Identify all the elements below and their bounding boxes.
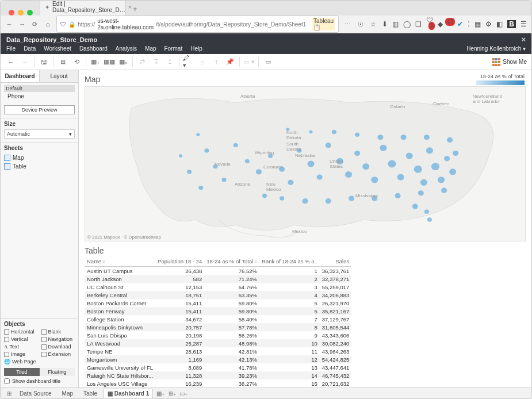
undo-button[interactable]: ← — [5, 56, 17, 68]
tab-layout[interactable]: Layout — [40, 70, 78, 82]
data-table[interactable]: Name≡ Population 18 - 24 18-24 as % of T… — [85, 256, 351, 388]
menu-worksheet[interactable]: Worksheet — [44, 45, 71, 52]
download-icon[interactable]: ⬇ — [382, 20, 388, 28]
account-icon[interactable]: ◯ — [403, 20, 411, 28]
floating-button[interactable]: Floating — [40, 368, 75, 376]
table-row[interactable]: Berkeley Central18,75163.35%434,206,883 — [85, 291, 351, 299]
group-button[interactable]: ⌂ — [197, 56, 208, 68]
device-phone[interactable]: Phone — [4, 93, 75, 99]
sheet-map[interactable]: Map — [4, 154, 75, 162]
menu-file[interactable]: File — [6, 45, 16, 52]
obj-vertical[interactable]: Vertical — [4, 336, 38, 342]
new-data-button[interactable]: ⊞ — [57, 56, 68, 68]
window-zoom-icon[interactable] — [27, 10, 33, 16]
obj-blank[interactable]: Blank — [41, 329, 75, 335]
table-row[interactable]: Austin UT Campus26,43876.52%136,323,761 — [85, 267, 351, 275]
col-sales[interactable]: Sales — [320, 256, 352, 267]
col-pct[interactable]: 18-24 as % of Total≡ — [204, 256, 259, 267]
new-dashboard-icon[interactable]: ⊞₊ — [168, 390, 176, 398]
table-row[interactable]: Gainesville University of FL8,08941.78%1… — [85, 363, 351, 371]
workbook-close-icon[interactable]: × — [521, 35, 526, 44]
menu-analysis[interactable]: Analysis — [116, 45, 137, 52]
show-me-button[interactable]: Show Me — [492, 58, 527, 66]
reload-button[interactable]: ⟳ — [31, 20, 39, 29]
labels-button[interactable]: T — [210, 56, 222, 68]
new-sheet-button[interactable]: ▦₊ — [90, 56, 101, 68]
reader-icon[interactable]: ☉ — [356, 20, 364, 29]
device-preview-button[interactable]: Device Preview — [4, 105, 75, 114]
menu-map[interactable]: Map — [145, 45, 156, 52]
refresh-data-button[interactable]: ⟲ — [71, 56, 82, 68]
hamburger-icon[interactable]: ☰ — [520, 20, 527, 28]
grid-ext-icon[interactable]: ▦ — [474, 20, 481, 28]
table-row[interactable]: Boston Fenway15,41159.80%535,821,167 — [85, 307, 351, 315]
table-row[interactable]: UC Calhoun St12,15364.76%355,259,017 — [85, 283, 351, 291]
dots-icon[interactable]: ⁚ — [468, 20, 470, 28]
menu-help[interactable]: Help — [190, 45, 202, 52]
sheet-tab-map[interactable]: Map — [58, 389, 77, 398]
window-minimize-icon[interactable] — [18, 10, 24, 16]
new-tab-button[interactable]: + — [128, 2, 142, 16]
table-row[interactable]: Tempe NE28,61342.81%1143,964,263 — [85, 347, 351, 355]
datasource-tab[interactable]: Data Source — [16, 389, 56, 398]
table-row[interactable]: LA Westwood25,28748.98%1030,082,240 — [85, 339, 351, 347]
settings-ext-icon[interactable]: ⚙ — [485, 20, 492, 28]
col-name[interactable]: Name≡ — [85, 256, 155, 267]
table-row[interactable]: Boston Packards Corner15,41159.80%526,32… — [85, 299, 351, 307]
browser-tab[interactable]: ✦ Edit | Data_Repository_Store_D… × — [40, 0, 126, 16]
more-icon[interactable]: ⋯ — [343, 20, 351, 29]
show-title-checkbox[interactable]: Show dashboard title — [4, 378, 75, 384]
tab-dashboard[interactable]: Dashboard — [1, 70, 40, 82]
shield-ext-icon[interactable]: 🛡3 — [426, 16, 433, 32]
table-row[interactable]: North Jackson58271.24%232,378,271 — [85, 275, 351, 283]
url-input[interactable]: 🛡 🔒 https://us-west-2a.online.tableau.co… — [56, 16, 339, 33]
user-menu[interactable]: Henning Kollenbroich ▾ — [466, 45, 526, 52]
swap-button[interactable]: ⇄ — [136, 56, 148, 68]
menu-data[interactable]: Data — [24, 45, 36, 52]
device-default[interactable]: Default — [4, 85, 75, 92]
save-button[interactable]: 🖫 — [38, 56, 49, 68]
obj-horizontal[interactable]: Horizontal — [4, 329, 38, 335]
table-row[interactable]: College Station34,67258.40%737,129,767 — [85, 315, 351, 323]
menu-dashboard[interactable]: Dashboard — [79, 45, 108, 52]
table-row[interactable]: Morgantown1,16942.13%1254,424,825 — [85, 355, 351, 363]
redo-button[interactable]: → — [19, 56, 30, 68]
vpn-ext-icon[interactable]: ✔ — [457, 20, 463, 28]
sort-desc-button[interactable]: ↥ — [164, 56, 175, 68]
col-pop[interactable]: Population 18 - 24 — [155, 256, 204, 267]
sort-asc-button[interactable]: ↧ — [150, 56, 162, 68]
library-icon[interactable]: ▥ — [392, 20, 399, 28]
size-select[interactable]: Automatic▾ — [4, 129, 75, 139]
show-title-input[interactable] — [4, 378, 10, 384]
home-button[interactable]: ⌂ — [44, 20, 52, 29]
obj-download[interactable]: Download — [41, 344, 75, 350]
back-button[interactable]: ← — [5, 20, 13, 29]
table-row[interactable]: Los Angeles USC Village16,23938.27%1520,… — [85, 379, 351, 388]
adblock-ext-icon[interactable]: ◆17 — [438, 20, 453, 28]
table-row[interactable]: Minneapolis Dinkytown20,75757.78%831,605… — [85, 323, 351, 331]
obj-navigation[interactable]: Navigation — [41, 336, 75, 342]
obj-image[interactable]: Image — [4, 351, 38, 357]
fit-button[interactable]: ▭ ▾ — [243, 56, 255, 68]
square-ext-icon[interactable]: ◧ — [496, 20, 503, 28]
sheet-tab-table[interactable]: Table — [79, 389, 101, 398]
col-rank[interactable]: Rank of 18-24 as % o.. — [259, 256, 320, 267]
b-ext-icon[interactable]: B — [507, 20, 516, 28]
dashboard-tab[interactable]: ▦ Dashboard 1 — [104, 389, 153, 398]
table-row[interactable]: Raleigh NC State Hillsbor...11,32839.23%… — [85, 371, 351, 379]
highlight-button[interactable]: 🖍 ▾ — [183, 56, 194, 68]
tiled-button[interactable]: Tiled — [4, 368, 40, 376]
obj-webpage[interactable]: 🌐Web Page — [4, 359, 38, 365]
datasource-icon[interactable]: ⊞ — [5, 390, 13, 398]
presentation-button[interactable]: ▭ — [262, 56, 274, 68]
table-row[interactable]: San Luis Obispo20,19856.26%943,343,606 — [85, 331, 351, 339]
forward-button[interactable]: → — [18, 20, 26, 29]
new-worksheet-icon[interactable]: ▦₊ — [156, 390, 164, 398]
map-viz[interactable]: Alberta Ontario Quebec Newfoundland and … — [85, 86, 526, 241]
clear-button[interactable]: ▦ₓ — [117, 56, 129, 68]
devtools-icon[interactable]: ❑ — [415, 20, 422, 28]
new-story-icon[interactable]: ▭₊ — [179, 390, 187, 398]
sheet-table[interactable]: Table — [4, 162, 75, 171]
fix-axis-button[interactable]: 📌 — [224, 56, 236, 68]
obj-extension[interactable]: Extension — [41, 351, 75, 357]
